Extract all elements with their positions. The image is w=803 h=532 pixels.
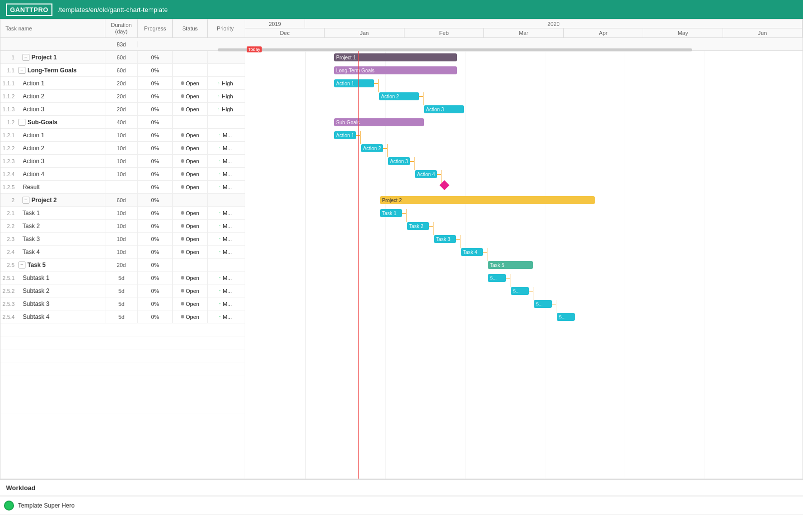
action1-bar[interactable]: Action 1 [334, 79, 374, 87]
progress-cell: 0% [138, 90, 173, 102]
project2-bar[interactable]: Project 2 [380, 196, 595, 204]
dep-arrow [533, 287, 533, 300]
expand-icon[interactable]: − [22, 54, 29, 61]
task3-bar[interactable]: Task 3 [434, 235, 456, 243]
dep-arrow [419, 96, 423, 97]
sub-action4-bar[interactable]: Action 4 [415, 170, 437, 178]
expand-icon[interactable]: − [18, 67, 25, 74]
priority-arrow: ↑ [219, 210, 222, 216]
dep-arrow [441, 170, 441, 183]
status-dot [181, 94, 184, 98]
chart-canvas: Project 1 Long-Term Goals Action 1 [245, 51, 803, 479]
task2-bar[interactable]: Task 2 [407, 222, 429, 230]
table-row: 2.5.4 Subtask 4 5d 0% Open ↑M... [0, 310, 245, 323]
progress-cell: 0% [138, 77, 173, 89]
workload-section: Workload Template Super Hero [0, 479, 803, 532]
project1-bar[interactable]: Project 1 [334, 53, 457, 61]
col-header-task-name: Task name [0, 19, 105, 37]
task-name-cell: 2.4 Task 4 [0, 246, 105, 258]
priority-cell: ↑M... [208, 181, 243, 193]
action3-bar[interactable]: Action 3 [424, 105, 464, 113]
task4-bar[interactable]: Task 4 [461, 248, 483, 256]
priority-arrow: ↑ [219, 145, 222, 151]
priority-cell: ↑M... [208, 220, 243, 232]
duration-cell: 10d [105, 129, 138, 141]
expand-icon[interactable]: − [18, 262, 25, 268]
empty-row [0, 375, 245, 388]
status-dot [181, 146, 184, 150]
dep-arrow [402, 213, 406, 214]
table-row: 1.2 − Sub-Goals 40d 0% [0, 116, 245, 129]
year-2019: 2019 [245, 19, 305, 28]
task5-bar[interactable]: Task 5 [488, 261, 533, 269]
progress-cell: 0% [138, 207, 173, 219]
today-label: Today [247, 46, 262, 52]
progress-cell: 0% [138, 64, 173, 76]
duration-cell: 10d [105, 233, 138, 245]
progress-cell: 0% [138, 246, 173, 258]
month-row: Dec Jan Feb Mar Apr May Jun [245, 28, 803, 37]
sub-goals-bar[interactable]: Sub-Goals [334, 118, 424, 126]
task-name-cell: 1.2.4 Action 4 [0, 168, 105, 180]
expand-icon[interactable]: − [18, 119, 25, 126]
workload-empty-row [0, 514, 803, 532]
duration-cell: 20d [105, 77, 138, 89]
month-dec: Dec [245, 28, 325, 37]
empty-row [0, 349, 245, 362]
col-header-duration: Duration (day) [105, 19, 138, 37]
dep-arrow [556, 300, 556, 313]
dep-arrow [410, 161, 414, 162]
table-row: 2.5.1 Subtask 1 5d 0% Open ↑M... [0, 271, 245, 284]
duration-cell: 10d [105, 142, 138, 154]
priority-cell: ↑M... [208, 297, 243, 310]
status-cell: Open [173, 77, 208, 89]
progress-cell: 0% [138, 233, 173, 245]
status-cell: Open [173, 233, 208, 245]
priority-cell: ↑M... [208, 142, 243, 154]
month-jun: Jun [723, 28, 803, 37]
duration-cell: 20d [105, 259, 138, 271]
grid-line [305, 51, 306, 479]
task-name-cell: 1.2 − Sub-Goals [0, 116, 105, 128]
sub-action2-bar[interactable]: Action 2 [361, 144, 383, 152]
table-row: 2.5.3 Subtask 3 5d 0% Open ↑M... [0, 297, 245, 310]
task-name-cell: 1.2.1 Action 1 [0, 129, 105, 141]
priority-cell: ↑M... [208, 233, 243, 245]
task-name-cell: 2.5.3 Subtask 3 [0, 297, 105, 310]
total-row: 83d Today [0, 38, 803, 51]
dep-arrow [483, 252, 487, 253]
status-dot [181, 211, 184, 215]
dep-arrow [456, 239, 460, 240]
status-dot [181, 107, 184, 111]
year-2020: 2020 [305, 19, 803, 28]
expand-icon[interactable]: − [22, 197, 29, 204]
priority-cell: ↑M... [208, 129, 243, 141]
status-cell: Open [173, 284, 208, 297]
right-panel: Project 1 Long-Term Goals Action 1 [245, 51, 803, 479]
subtask1-bar[interactable]: S... [488, 274, 506, 282]
subtask3-bar[interactable]: S... [534, 300, 552, 308]
action2-bar[interactable]: Action 2 [379, 92, 419, 100]
sub-action3-bar[interactable]: Action 3 [388, 157, 410, 165]
subtask2-bar[interactable]: S... [511, 287, 529, 295]
subtask4-bar[interactable]: S... [557, 313, 575, 321]
table-row: 1.2.3 Action 3 10d 0% Open ↑M... [0, 155, 245, 168]
dep-arrow [378, 79, 379, 92]
col-header-priority: Priority [208, 19, 243, 37]
priority-cell: ↑M... [208, 310, 243, 323]
duration-cell: 60d [105, 194, 138, 206]
status-cell: Open [173, 246, 208, 258]
sub-action1-bar[interactable]: Action 1 [334, 131, 356, 139]
col-header-status: Status [173, 19, 208, 37]
month-may: May [643, 28, 723, 37]
dep-arrow [406, 209, 406, 222]
duration-cell: 5d [105, 297, 138, 310]
table-row: 2.3 Task 3 10d 0% Open ↑M... [0, 233, 245, 246]
long-term-goals-bar[interactable]: Long-Term Goals [334, 66, 457, 74]
grid-line [705, 51, 705, 479]
task-name-cell: 1.2.5 Result [0, 181, 105, 193]
app-header: GANTTPRO /templates/en/old/gantt-chart-t… [0, 0, 803, 19]
priority-arrow: ↑ [219, 314, 222, 320]
task1-bar[interactable]: Task 1 [380, 209, 402, 217]
progress-cell: 0% [138, 155, 173, 167]
